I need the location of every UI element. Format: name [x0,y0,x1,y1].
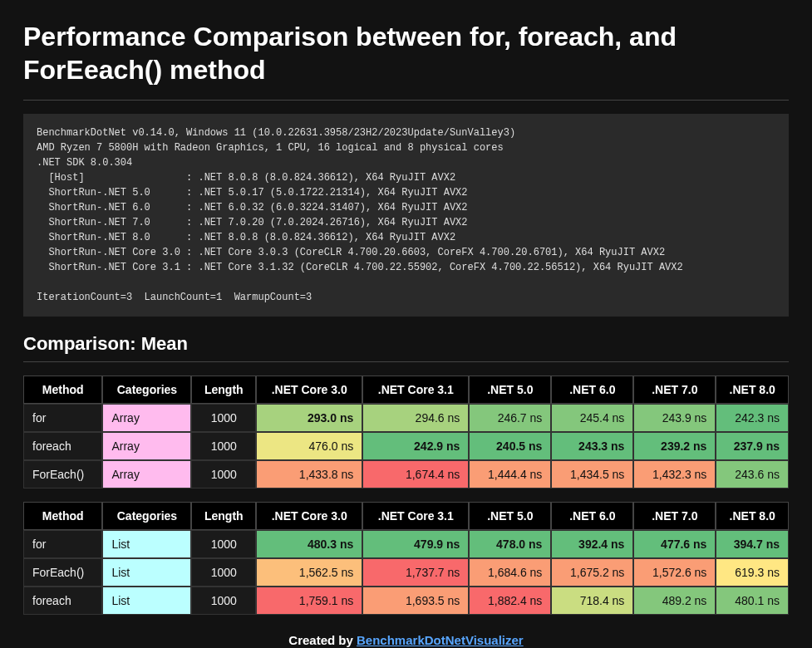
value-cell: 243.3 ns [551,432,633,460]
method-cell: ForEach() [23,460,102,488]
col-header: Method [23,502,102,530]
value-cell: 1,434.5 ns [551,460,633,488]
category-cell: List [102,558,191,587]
divider [23,100,789,101]
col-header: .NET 6.0 [551,502,633,530]
col-header: Length [191,502,256,530]
table-row: forArray1000293.0 ns294.6 ns246.7 ns245.… [23,404,789,432]
table-row: foreachArray1000476.0 ns242.9 ns240.5 ns… [23,432,789,460]
value-cell: 1,737.7 ns [362,558,469,587]
value-cell: 1,432.3 ns [633,460,716,488]
length-cell: 1000 [191,530,256,558]
page-title: Performance Comparison between for, fore… [23,20,789,86]
value-cell: 1,572.6 ns [633,558,716,587]
value-cell: 242.9 ns [362,432,469,460]
value-cell: 1,693.5 ns [362,587,469,615]
environment-info: BenchmarkDotNet v0.14.0, Windows 11 (10.… [23,114,789,317]
value-cell: 237.9 ns [716,432,789,460]
col-header: .NET Core 3.0 [256,376,362,404]
value-cell: 476.0 ns [256,432,362,460]
table-row: foreachList10001,759.1 ns1,693.5 ns1,882… [23,587,789,615]
value-cell: 1,675.2 ns [551,558,633,587]
method-cell: foreach [23,587,102,615]
category-cell: List [102,587,191,615]
value-cell: 239.2 ns [633,432,716,460]
tables-container: MethodCategoriesLength.NET Core 3.0.NET … [23,376,789,615]
value-cell: 1,684.6 ns [469,558,551,587]
method-cell: for [23,530,102,558]
length-cell: 1000 [191,460,256,488]
value-cell: 240.5 ns [469,432,551,460]
method-cell: ForEach() [23,558,102,587]
method-cell: foreach [23,432,102,460]
divider [23,361,789,362]
col-header: .NET Core 3.1 [362,376,469,404]
table-row: ForEach()List10001,562.5 ns1,737.7 ns1,6… [23,558,789,587]
col-header: Method [23,376,102,404]
value-cell: 246.7 ns [469,404,551,432]
col-header: .NET Core 3.0 [256,502,362,530]
table-row: forList1000480.3 ns479.9 ns478.0 ns392.4… [23,530,789,558]
length-cell: 1000 [191,404,256,432]
footer-prefix: Created by [288,633,357,647]
col-header: Categories [102,376,191,404]
value-cell: 294.6 ns [362,404,469,432]
category-cell: Array [102,460,191,488]
col-header: Length [191,376,256,404]
value-cell: 1,433.8 ns [256,460,362,488]
length-cell: 1000 [191,587,256,615]
length-cell: 1000 [191,432,256,460]
value-cell: 242.3 ns [716,404,789,432]
value-cell: 243.6 ns [716,460,789,488]
value-cell: 1,882.4 ns [469,587,551,615]
method-cell: for [23,404,102,432]
col-header: .NET 8.0 [716,502,789,530]
value-cell: 1,674.4 ns [362,460,469,488]
col-header: .NET 5.0 [469,502,551,530]
category-cell: Array [102,404,191,432]
value-cell: 1,444.4 ns [469,460,551,488]
value-cell: 480.1 ns [716,587,789,615]
col-header: Categories [102,502,191,530]
value-cell: 243.9 ns [633,404,716,432]
length-cell: 1000 [191,558,256,587]
col-header: .NET 7.0 [633,502,716,530]
col-header: .NET 8.0 [716,376,789,404]
value-cell: 479.9 ns [362,530,469,558]
value-cell: 245.4 ns [551,404,633,432]
col-header: .NET 6.0 [551,376,633,404]
col-header: .NET 5.0 [469,376,551,404]
value-cell: 293.0 ns [256,404,362,432]
value-cell: 718.4 ns [551,587,633,615]
value-cell: 1,562.5 ns [256,558,362,587]
footer-link[interactable]: BenchmarkDotNetVisualizer [357,633,524,647]
col-header: .NET 7.0 [633,376,716,404]
col-header: .NET Core 3.1 [362,502,469,530]
value-cell: 392.4 ns [551,530,633,558]
comparison-heading: Comparison: Mean [23,333,789,355]
category-cell: List [102,530,191,558]
table-row: ForEach()Array10001,433.8 ns1,674.4 ns1,… [23,460,789,488]
value-cell: 477.6 ns [633,530,716,558]
benchmark-table: MethodCategoriesLength.NET Core 3.0.NET … [23,376,789,488]
footer: Created by BenchmarkDotNetVisualizer [23,633,789,647]
category-cell: Array [102,432,191,460]
value-cell: 394.7 ns [716,530,789,558]
value-cell: 619.3 ns [716,558,789,587]
value-cell: 1,759.1 ns [256,587,362,615]
value-cell: 480.3 ns [256,530,362,558]
value-cell: 478.0 ns [469,530,551,558]
benchmark-table: MethodCategoriesLength.NET Core 3.0.NET … [23,502,789,615]
value-cell: 489.2 ns [633,587,716,615]
